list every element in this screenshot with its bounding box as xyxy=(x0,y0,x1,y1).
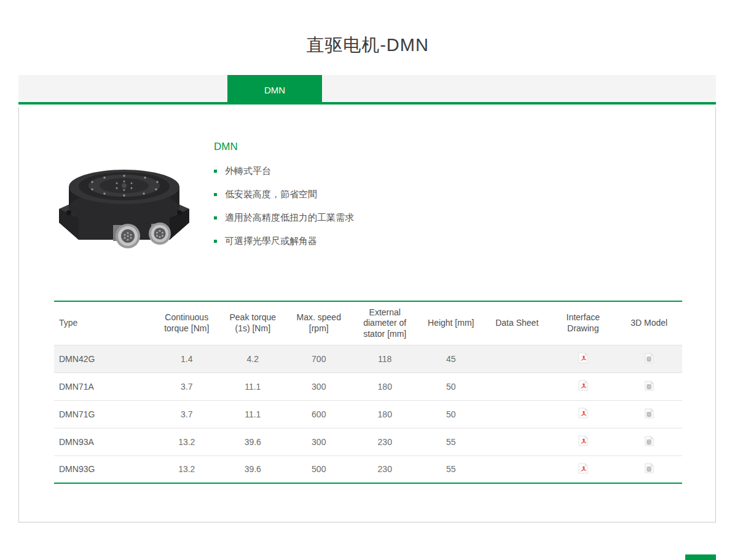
value-cell: 118 xyxy=(352,345,419,373)
col-header-type: Type xyxy=(54,301,154,345)
tab-dmn[interactable]: DMN xyxy=(227,75,322,105)
feature-text: 可選擇光學尺或解角器 xyxy=(225,235,317,247)
3d-model-cell xyxy=(616,400,683,428)
data-sheet-cell xyxy=(484,455,551,483)
value-cell: 11.1 xyxy=(220,400,286,428)
connector-left xyxy=(113,224,140,248)
3d-model-cell xyxy=(616,345,683,373)
value-cell: 45 xyxy=(418,345,484,373)
table-header-row: Type Continuous torque [Nm] Peak torque … xyxy=(54,301,682,345)
col-header-height: Height [mm] xyxy=(418,301,484,345)
value-cell: 39.6 xyxy=(220,428,286,455)
3d-model-cell xyxy=(616,455,683,483)
product-heading: DMN xyxy=(214,141,583,153)
pdf-icon[interactable] xyxy=(578,352,588,363)
data-sheet-cell xyxy=(484,373,551,400)
col-header-interface-drawing: Interface Drawing xyxy=(550,301,616,345)
value-cell: 230 xyxy=(352,428,419,455)
col-header-external-diameter: External diameter of stator [mm] xyxy=(352,301,419,345)
value-cell: 39.6 xyxy=(220,455,286,483)
value-cell: 600 xyxy=(286,400,352,428)
value-cell: 180 xyxy=(352,400,419,428)
document-icon[interactable] xyxy=(645,436,654,446)
interface-drawing-cell xyxy=(550,455,616,483)
product-image xyxy=(54,161,194,253)
feature-item: 外轉式平台 xyxy=(214,165,583,177)
content-panel: DMN 外轉式平台 低安裝高度，節省空間 適用於高精度低扭力的工業需求 可選擇光… xyxy=(18,107,716,523)
interface-drawing-cell xyxy=(550,345,616,373)
value-cell: 300 xyxy=(286,428,352,455)
col-header-peak-torque: Peak torque (1s) [Nm] xyxy=(220,301,286,345)
interface-drawing-cell xyxy=(550,400,616,428)
interface-drawing-cell xyxy=(550,428,616,455)
tab-dmn-label: DMN xyxy=(264,85,285,95)
page-title: 直驱电机-DMN xyxy=(0,33,735,58)
pdf-icon[interactable] xyxy=(578,408,588,419)
motor-illustration xyxy=(54,161,194,253)
tab-bar: DMN xyxy=(18,75,716,105)
table-row-dmn71g: DMN71G3.711.160018050 xyxy=(54,400,682,428)
col-header-data-sheet: Data Sheet xyxy=(484,301,551,345)
table-row-dmn71a: DMN71A3.711.130018050 xyxy=(54,373,682,400)
feature-text: 低安裝高度，節省空間 xyxy=(225,189,317,200)
value-cell: 4.2 xyxy=(220,345,286,373)
data-sheet-cell xyxy=(484,345,551,373)
product-info: DMN 外轉式平台 低安裝高度，節省空間 適用於高精度低扭力的工業需求 可選擇光… xyxy=(214,141,583,259)
value-cell: 1.4 xyxy=(154,345,220,373)
document-icon[interactable] xyxy=(645,463,654,473)
value-cell: 13.2 xyxy=(154,455,220,483)
feature-item: 低安裝高度，節省空間 xyxy=(214,189,583,200)
value-cell: 700 xyxy=(286,345,352,373)
bullet-icon xyxy=(214,240,217,243)
type-cell: DMN71G xyxy=(54,400,154,428)
spec-table: Type Continuous torque [Nm] Peak torque … xyxy=(54,301,682,484)
document-icon[interactable] xyxy=(645,381,654,391)
value-cell: 11.1 xyxy=(220,373,286,400)
value-cell: 180 xyxy=(352,373,419,400)
type-cell: DMN93A xyxy=(54,428,154,455)
col-header-max-speed: Max. speed [rpm] xyxy=(286,301,352,345)
feature-text: 適用於高精度低扭力的工業需求 xyxy=(225,212,354,224)
feature-list: 外轉式平台 低安裝高度，節省空間 適用於高精度低扭力的工業需求 可選擇光學尺或解… xyxy=(214,165,583,247)
type-cell: DMN71A xyxy=(54,373,154,400)
interface-drawing-cell xyxy=(550,373,616,400)
col-header-3d-model: 3D Model xyxy=(616,301,683,345)
pdf-icon[interactable] xyxy=(578,380,588,391)
value-cell: 3.7 xyxy=(154,400,220,428)
value-cell: 50 xyxy=(418,373,484,400)
col-header-continuous-torque: Continuous torque [Nm] xyxy=(154,301,220,345)
value-cell: 55 xyxy=(418,428,484,455)
table-row-dmn42g: DMN42G1.44.270011845 xyxy=(54,345,682,373)
feature-text: 外轉式平台 xyxy=(225,165,271,177)
scroll-to-top-button[interactable] xyxy=(685,554,716,560)
document-icon[interactable] xyxy=(645,353,654,363)
value-cell: 55 xyxy=(418,455,484,483)
bullet-icon xyxy=(214,216,217,219)
3d-model-cell xyxy=(616,373,683,400)
value-cell: 500 xyxy=(286,455,352,483)
bullet-icon xyxy=(214,193,217,196)
data-sheet-cell xyxy=(484,428,551,455)
value-cell: 300 xyxy=(286,373,352,400)
pdf-icon[interactable] xyxy=(578,435,588,446)
type-cell: DMN42G xyxy=(54,345,154,373)
data-sheet-cell xyxy=(484,400,551,428)
table-body: DMN42G1.44.270011845DMN71A3.711.13001805… xyxy=(54,345,682,483)
value-cell: 50 xyxy=(418,400,484,428)
document-icon[interactable] xyxy=(645,408,654,419)
value-cell: 13.2 xyxy=(154,428,220,455)
3d-model-cell xyxy=(616,428,683,455)
feature-item: 適用於高精度低扭力的工業需求 xyxy=(214,212,583,224)
bullet-icon xyxy=(214,170,217,173)
value-cell: 3.7 xyxy=(154,373,220,400)
table-row-dmn93g: DMN93G13.239.650023055 xyxy=(54,455,682,483)
table-row-dmn93a: DMN93A13.239.630023055 xyxy=(54,428,682,455)
pdf-icon[interactable] xyxy=(578,463,588,474)
feature-item: 可選擇光學尺或解角器 xyxy=(214,235,583,247)
type-cell: DMN93G xyxy=(54,455,154,483)
connector-right xyxy=(149,223,171,245)
value-cell: 230 xyxy=(352,455,419,483)
